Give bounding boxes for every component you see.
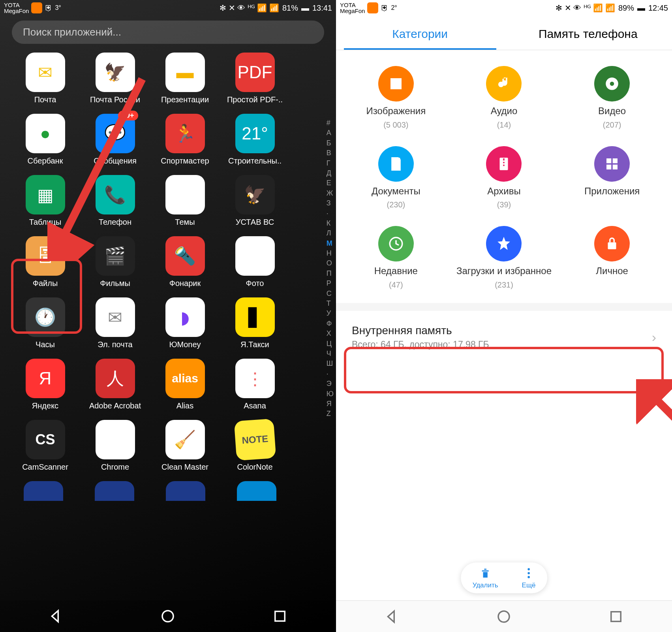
back-button[interactable]	[384, 608, 400, 625]
recents-button[interactable]	[272, 608, 288, 624]
app-label: Asana	[244, 401, 266, 410]
alpha-letter[interactable]: М	[327, 239, 334, 248]
alpha-letter[interactable]: Т	[327, 299, 334, 308]
alpha-letter[interactable]: Я	[327, 399, 334, 408]
home-button[interactable]	[160, 608, 176, 624]
app-chrome[interactable]: ◉Chrome	[82, 420, 148, 472]
alpha-letter[interactable]: Е	[327, 179, 334, 188]
alpha-letter[interactable]: Х	[327, 329, 334, 338]
alpha-letter[interactable]: С	[327, 289, 334, 298]
category-label: Архивы	[487, 186, 521, 197]
yumoney-icon: ◗	[165, 297, 205, 337]
sheets-icon: ▦	[26, 175, 65, 214]
app-mail[interactable]: ✉Почта	[12, 53, 79, 104]
tab-storage[interactable]: Память телефона	[504, 18, 672, 50]
app-asana[interactable]: ⋮Asana	[221, 359, 288, 410]
category-downloads[interactable]: Загрузки и избранное(231)	[452, 226, 556, 290]
category-archives[interactable]: Архивы(39)	[452, 146, 556, 210]
recents-button[interactable]	[608, 608, 624, 625]
category-count: (231)	[495, 280, 513, 290]
alpha-letter[interactable]: Ю	[327, 389, 334, 399]
svg-rect-13	[608, 243, 616, 250]
app-themes[interactable]: 🖌Темы	[152, 175, 218, 227]
app-clock[interactable]: 🕐Часы	[12, 297, 79, 349]
category-private[interactable]: Личное	[560, 226, 664, 290]
app-grid: ✉Почта🦅Почта России▬ПрезентацииPDFПросто…	[0, 49, 300, 501]
app-label: Сообщения	[94, 156, 137, 166]
app-email[interactable]: ✉Эл. почта	[82, 297, 148, 349]
alpha-letter[interactable]: Д	[327, 169, 334, 178]
category-docs[interactable]: Документы(230)	[344, 146, 448, 210]
battery-percent: 89%	[618, 4, 634, 13]
alpha-letter[interactable]: А	[327, 128, 334, 137]
app-msg[interactable]: 💬99+Сообщения	[82, 114, 148, 166]
app-build[interactable]: 21°Строительны..	[221, 114, 288, 166]
back-button[interactable]	[48, 608, 64, 624]
alpha-letter[interactable]: Ш	[327, 359, 334, 368]
alpha-letter[interactable]: ·	[327, 209, 334, 218]
search-input[interactable]: Поиск приложений...	[12, 21, 324, 44]
app-clean[interactable]: 🧹Clean Master	[152, 420, 218, 472]
more-button[interactable]: Ещё	[522, 566, 536, 589]
alpha-letter[interactable]: Г	[327, 159, 334, 168]
files-icon: 🗄	[26, 236, 65, 276]
svg-point-15	[527, 568, 530, 570]
alpha-letter[interactable]: У	[327, 309, 334, 318]
category-images[interactable]: Изображения(5 003)	[344, 66, 448, 130]
app-alias[interactable]: aliasAlias	[152, 359, 218, 410]
alpha-letter[interactable]: В	[327, 149, 334, 158]
category-count: (14)	[497, 120, 511, 130]
app-torch[interactable]: 🔦Фонарик	[152, 236, 218, 288]
app-label: Alias	[176, 401, 193, 410]
app-acrobat[interactable]: 人Adobe Acrobat	[82, 359, 148, 410]
app-sheets[interactable]: ▦Таблицы	[12, 175, 79, 227]
alpha-letter[interactable]: К	[327, 219, 334, 228]
alpha-letter[interactable]: Z	[327, 409, 334, 418]
alpha-letter[interactable]: Л	[327, 229, 334, 238]
alpha-letter[interactable]: Ф	[327, 319, 334, 328]
app-label: Яндекс	[32, 401, 58, 410]
alpha-letter[interactable]: Б	[327, 139, 334, 148]
status-icons: ✻ ✕ 👁 ᴴᴳ 📶 📶	[556, 3, 615, 13]
app-films[interactable]: 🎬Фильмы	[82, 236, 148, 288]
alpha-letter[interactable]: П	[327, 269, 334, 278]
app-yandex[interactable]: ЯЯндекс	[12, 359, 79, 410]
alphabet-index[interactable]: #АБВГДЕЖЗ·КЛМНОПРСТУФХЦЧШ·ЭЮЯZ	[327, 118, 334, 419]
app-photos[interactable]: ✦Фото	[221, 236, 288, 288]
app-taxi[interactable]: ▋Я.Такси	[221, 297, 288, 349]
app-rupost[interactable]: 🦅Почта России	[82, 53, 148, 104]
internal-storage-row[interactable]: Внутренняя память Всего: 64 ГБ, доступно…	[344, 317, 664, 357]
alpha-letter[interactable]: Э	[327, 379, 334, 388]
status-icons: ✻ ✕ 👁 ᴴᴳ 📶 📶	[220, 3, 279, 13]
category-grid: Изображения(5 003)Аудио(14)Видео(207)Док…	[336, 50, 672, 297]
app-pdf[interactable]: PDFПростой PDF-..	[221, 53, 288, 104]
category-audio[interactable]: Аудио(14)	[452, 66, 556, 130]
alpha-letter[interactable]: #	[327, 118, 334, 128]
app-yumoney[interactable]: ◗ЮMoney	[152, 297, 218, 349]
app-phone[interactable]: 📞Телефон	[82, 175, 148, 227]
category-recent[interactable]: Недавние(47)	[344, 226, 448, 290]
category-video[interactable]: Видео(207)	[560, 66, 664, 130]
alpha-letter[interactable]: ·	[327, 369, 334, 378]
app-files[interactable]: 🗄Файлы	[12, 236, 79, 288]
alpha-letter[interactable]: Ч	[327, 349, 334, 358]
alpha-letter[interactable]: О	[327, 259, 334, 268]
status-bar: YOTA MegaFon ⛨ 3° ✻ ✕ 👁 ᴴᴳ 📶 📶 81% ▬ 13:…	[0, 0, 336, 16]
delete-button[interactable]: Удалить	[473, 566, 498, 589]
category-apps[interactable]: Приложения	[560, 146, 664, 210]
alpha-letter[interactable]: Ж	[327, 189, 334, 198]
app-slides[interactable]: ▬Презентации	[152, 53, 218, 104]
app-ustav[interactable]: 🦅УСТАВ ВС	[221, 175, 288, 227]
images-icon	[378, 66, 414, 102]
alpha-letter[interactable]: Р	[327, 279, 334, 288]
app-note[interactable]: NOTEColorNote	[221, 420, 288, 472]
sport-icon: 🏃	[165, 114, 205, 153]
app-sport[interactable]: 🏃Спортмастер	[152, 114, 218, 166]
alpha-letter[interactable]: З	[327, 199, 334, 208]
app-sber[interactable]: ●Сбербанк	[12, 114, 79, 166]
alpha-letter[interactable]: Ц	[327, 339, 334, 348]
app-cs[interactable]: CSCamScanner	[12, 420, 79, 472]
tab-categories[interactable]: Категории	[336, 18, 504, 50]
home-button[interactable]	[496, 608, 512, 625]
alpha-letter[interactable]: Н	[327, 249, 334, 258]
